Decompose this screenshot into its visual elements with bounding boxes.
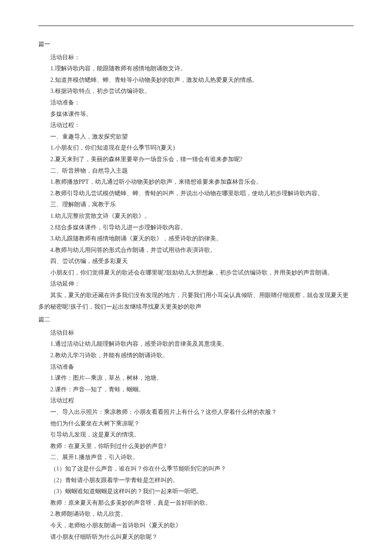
body-line: 一、导入出示照片：乘凉教师：小朋友看看照片上有什么？这些人穿着什么样的衣服？ [38,407,354,418]
section-1: 篇一 活动目标： 1.理解诗歌内容，能跟随教师有感情地朗诵散文诗。 2.知道并模… [38,39,354,312]
body-line: 2.教师朗诵诗歌，幼儿欣赏。 [38,509,354,520]
body-line: 1.小朋友们，你们知道现在是什么季节吗?(夏天) [38,142,354,154]
body-line: 二、展开1.播放声音，引入诗歌。 [38,452,354,463]
body-line: 活动目标： [38,52,354,64]
body-line: 1.课件：图片—乘凉，草丛，树林，池塘。 [38,373,354,384]
body-line: 1.通过活动让幼儿能理解诗歌内容，感受诗歌的音律美及其意境美。 [38,338,354,350]
body-line: 请小朋友仔细听听为什么叫夏天的歌呢？ [38,532,354,543]
body-line: （1）知了这是什么声音，谁在叫？你在什么季节能听到它的叫声？ [38,463,354,475]
body-line: 多媒体课件等。 [38,109,354,120]
body-line: 2.教师引导幼儿尝试模仿蟋蟀、蝉、青蛙的叫声，并说出小动物在哪里歌唱，使幼儿初步… [38,188,354,199]
body-line: 他们为什么要坐在大树下乘凉呢？ [38,418,354,430]
body-line: 引导幼儿发现，这是夏天的情境。 [38,429,354,441]
body-line: 1.幼儿完整欣赏散文诗《夏天的歌》。 [38,211,354,222]
body-line: 教师：在夏天里，你听到过什么美妙的声音? [38,441,354,452]
section-heading: 篇二 [38,314,354,326]
document-page: 篇一 活动目标： 1.理解诗歌内容，能跟随教师有感情地朗诵散文诗。 2.知道并模… [0,0,392,555]
body-line: 其实，夏天的歌还藏在许多我们没有发现的地方，只要我们用小耳朵认真倾听、用眼睛仔细… [38,290,354,312]
body-line: 四、尝试仿编，感受多彩夏天 [38,256,354,267]
body-line: 1.理解诗歌内容，能跟随教师有感情地朗诵散文诗。 [38,63,354,75]
body-line: 2.课件：声音—知了，青蛙，蝈蝈。 [38,384,354,396]
body-line: （3）蝈蝈谁知道蝈蝈是这样叫的？我们一起来听一听吧。 [38,486,354,497]
body-line: 活动延伸： [38,278,354,290]
body-line: 3.幼儿跟随教师有感情地朗诵《夏天的歌》，感受诗歌的韵律美。 [38,233,354,245]
body-line: 2.知道并模仿蟋蟀、蝉、青蛙等小动物美妙的歌声，激发幼儿热爱夏天的情感。 [38,75,354,86]
body-line: 活动过程 [38,395,354,407]
body-line: 小朋友们，你们觉得夏天的歌还会在哪里呢?鼓励幼儿大胆想象，初步尝试仿编诗歌，并用… [38,267,354,279]
top-divider [38,26,354,26]
body-line: 活动准备 [38,361,354,373]
body-line: 3.根据诗歌特点，初步尝试仿编诗歌。 [38,86,354,97]
body-line: 教师：原来夏天有那么多美妙的声音呀，真是一首好听的歌。 [38,497,354,509]
body-line: 三、理解朗诵，寓教于乐 [38,199,354,211]
section-heading: 篇一 [38,39,354,50]
body-line: 活动过程： [38,120,354,131]
body-line: 活动准备： [38,97,354,109]
body-line: 一、童趣导入，激发探究欲望 [38,131,354,143]
body-line: 1.教师播放PPT，幼儿通过听小动物美妙的歌声，来猜想谁要来参加森林音乐会。 [38,176,354,188]
body-line: 2.结合多媒体课件，引导幼儿进一步理解诗歌内容。 [38,222,354,234]
section-2: 篇二 活动目标 1.通过活动让幼儿能理解诗歌内容，感受诗歌的音律美及其意境美。 … [38,314,354,543]
body-line: 活动目标 [38,327,354,339]
body-line: 2.教幼儿学习诗歌，并能有感情的朗诵诗歌。 [38,350,354,361]
body-line: （2）青蛙请小朋友跟着学一学青蛙是怎样叫的。 [38,475,354,486]
body-line: 今天，老师给小朋友朗诵一首诗歌叫《夏天的歌》 [38,520,354,532]
body-line: 2.夏天来到了，美丽的森林里要举办一场音乐会，猜一猜会有谁来参加呢? [38,154,354,165]
body-line: 二、听音辨物，自然导入主题 [38,165,354,177]
body-line: 4.教师与幼儿用问答的形式合作朗诵，并尝试用动作表演诗歌。 [38,245,354,256]
